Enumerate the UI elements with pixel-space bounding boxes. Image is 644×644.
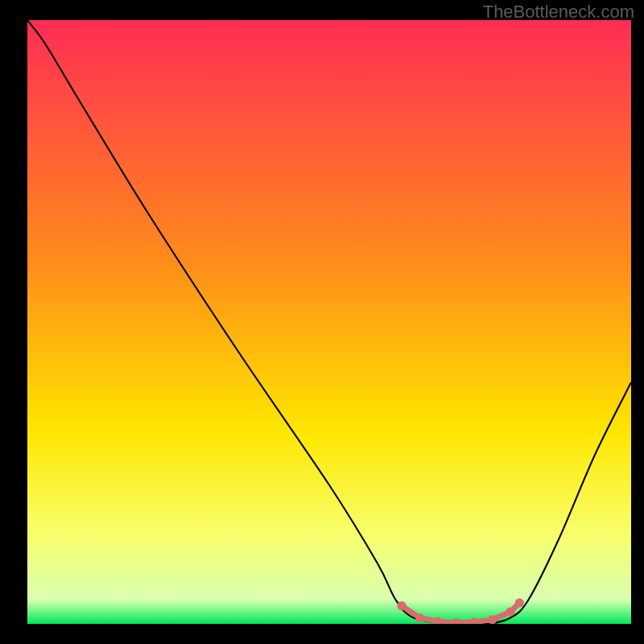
- optimal-marker-dot: [433, 617, 442, 624]
- optimal-marker-dot: [515, 598, 524, 607]
- bottleneck-curve-line: [27, 20, 631, 624]
- optimal-marker-dot: [506, 607, 514, 616]
- optimal-marker-dot: [415, 613, 424, 622]
- chart-plot-area: [27, 20, 631, 624]
- optimal-marker-dot: [469, 617, 478, 624]
- watermark-text: TheBottleneck.com: [483, 2, 634, 23]
- optimal-marker-dot: [488, 615, 497, 624]
- optimal-marker-dot: [397, 601, 406, 610]
- chart-curve: [27, 20, 631, 624]
- optimal-marker-dot: [452, 618, 460, 624]
